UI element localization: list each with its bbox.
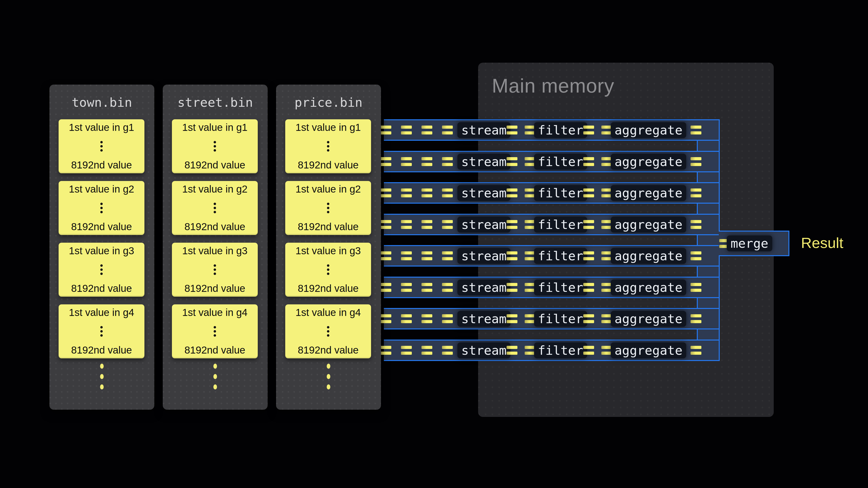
data-chunk-icon (422, 189, 432, 197)
value-block: 1st value in g28192nd value (172, 181, 258, 235)
ellipsis-dot (100, 145, 103, 148)
block-ellipsis (214, 139, 216, 153)
data-chunk-icon (401, 346, 412, 355)
data-chunk-icon (442, 251, 453, 260)
block-ellipsis (327, 324, 329, 338)
ellipsis-dot (327, 330, 329, 332)
data-chunk-icon (583, 346, 594, 355)
data-chunk-icon (401, 220, 412, 229)
data-chunk-icon (583, 251, 594, 260)
block-first-value: 1st value in g4 (69, 307, 134, 318)
data-chunk-icon (690, 251, 702, 260)
pipeline-row: streamfilteraggregate (384, 339, 720, 361)
ellipsis-dot (214, 145, 216, 148)
ellipsis-dot (100, 141, 103, 143)
data-chunk-icon (583, 126, 594, 134)
ellipsis-dot (100, 203, 103, 205)
ellipsis-dot (214, 203, 216, 205)
data-chunk-icon (601, 283, 612, 292)
stream-chip: stream (457, 280, 510, 295)
data-chunk-icon (690, 189, 702, 197)
data-chunk-icon (380, 126, 391, 134)
block-first-value: 1st value in g1 (69, 122, 134, 133)
block-first-value: 1st value in g2 (69, 184, 134, 195)
data-chunk-icon (506, 314, 518, 323)
data-chunk-icon (422, 346, 432, 355)
pipeline-row: streamfilteraggregate (384, 214, 720, 235)
pipeline-row: streamfilteraggregate (384, 308, 720, 329)
ellipsis-dot (100, 326, 103, 328)
diagram-root: Main memory town.bin1st value in g18192n… (0, 0, 868, 488)
value-block: 1st value in g38192nd value (59, 243, 145, 297)
data-chunk-icon (506, 251, 518, 260)
data-chunk-icon (690, 283, 702, 292)
column-ellipsis (50, 364, 154, 389)
value-block: 1st value in g48192nd value (285, 304, 371, 358)
ellipsis-dot (327, 203, 329, 205)
data-chunk-icon (401, 251, 412, 260)
data-chunk-icon (380, 157, 391, 166)
ellipsis-dot (100, 364, 104, 369)
block-last-value: 8192nd value (71, 283, 132, 294)
block-last-value: 8192nd value (71, 221, 132, 233)
data-chunk-icon (601, 346, 612, 355)
value-block: 1st value in g28192nd value (285, 181, 371, 235)
data-chunk-icon (422, 157, 432, 166)
data-chunk-icon (506, 346, 518, 355)
data-chunk-icon (442, 314, 453, 323)
data-chunk-icon (380, 220, 391, 229)
ellipsis-dot (327, 268, 329, 271)
ellipsis-dot (214, 326, 216, 328)
ellipsis-dot (100, 330, 103, 332)
filter-chip: filter (534, 154, 587, 170)
data-chunk-icon (601, 220, 612, 229)
block-first-value: 1st value in g1 (182, 122, 248, 133)
stream-chip: stream (457, 248, 510, 264)
stream-chip: stream (457, 185, 510, 201)
block-last-value: 8192nd value (184, 283, 245, 294)
data-chunk-icon (690, 157, 702, 166)
filter-chip: filter (534, 311, 587, 327)
stream-chip: stream (457, 343, 510, 358)
value-block: 1st value in g18192nd value (285, 119, 371, 173)
ellipsis-dot (327, 334, 329, 337)
file-column: street.bin1st value in g18192nd value1st… (163, 85, 268, 410)
file-title: price.bin (276, 95, 381, 110)
block-ellipsis (327, 139, 329, 153)
value-block: 1st value in g28192nd value (59, 181, 145, 235)
data-chunk-icon (601, 126, 612, 134)
data-chunk-icon (506, 126, 518, 134)
value-block: 1st value in g38192nd value (172, 243, 258, 297)
block-ellipsis (100, 263, 103, 276)
block-last-value: 8192nd value (298, 159, 359, 171)
ellipsis-dot (214, 330, 216, 332)
ellipsis-dot (327, 384, 330, 389)
data-chunk-icon (601, 314, 612, 323)
aggregate-chip: aggregate (611, 248, 686, 264)
ellipsis-dot (327, 211, 329, 213)
data-chunk-icon (442, 346, 453, 355)
filter-chip: filter (534, 217, 587, 233)
ellipsis-dot (100, 272, 103, 275)
data-chunk-icon (601, 157, 612, 166)
aggregate-chip: aggregate (611, 217, 686, 233)
ellipsis-dot (213, 384, 217, 389)
pipeline-row: streamfilteraggregate (384, 276, 720, 298)
ellipsis-dot (327, 207, 329, 209)
stream-chip: stream (457, 217, 510, 233)
pipeline-row: streamfilteraggregate (384, 245, 720, 266)
value-block: 1st value in g18192nd value (172, 119, 258, 173)
file-column: town.bin1st value in g18192nd value1st v… (50, 85, 154, 410)
block-last-value: 8192nd value (184, 221, 245, 233)
data-chunk-icon (422, 220, 432, 229)
ellipsis-dot (214, 334, 216, 337)
block-last-value: 8192nd value (71, 345, 132, 356)
aggregate-chip: aggregate (611, 280, 686, 295)
data-chunk-icon (506, 189, 518, 197)
ellipsis-dot (327, 272, 329, 275)
ellipsis-dot (100, 384, 104, 389)
ellipsis-dot (100, 207, 103, 209)
block-last-value: 8192nd value (298, 345, 359, 356)
data-chunk-icon (401, 189, 412, 197)
data-chunk-icon (583, 157, 594, 166)
